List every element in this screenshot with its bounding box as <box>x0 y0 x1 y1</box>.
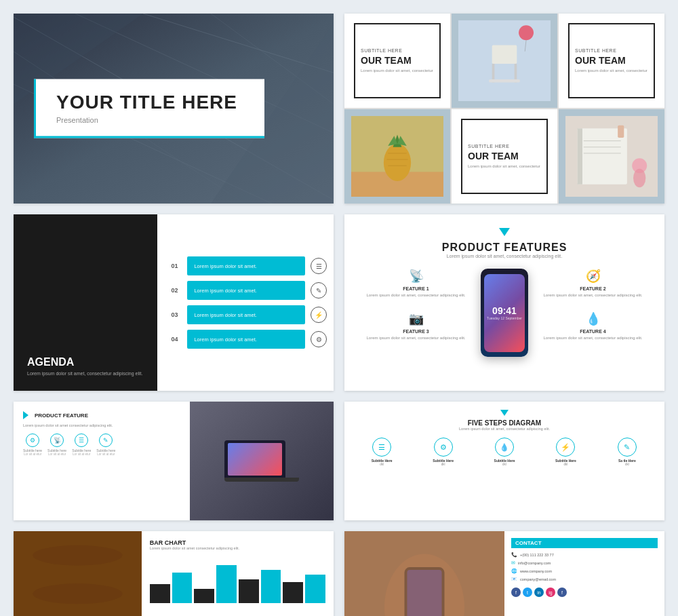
bar-6 <box>261 570 281 603</box>
slide-product-features: PRODUCT FEATURES Lorem ipsum dolor sit a… <box>344 214 664 391</box>
steps-row: ☰ Subtitle Here dkl ⚙ Subtitle Here dkl … <box>353 438 656 466</box>
slide-bar-chart: BAR CHART Lorem ipsum dolor sit amet con… <box>14 531 334 616</box>
cell1-body: Lorem ipsum dolor sit amet, consectetur <box>361 68 434 73</box>
triangle-accent <box>499 228 510 236</box>
agenda-icon-4: ⚙ <box>311 331 327 347</box>
agenda-title: AGENDA <box>27 356 142 368</box>
feature2-label: FEATURE 2 <box>535 286 651 291</box>
product-icons-row: ⚙ Subtitle here Lor sit at etur 📡 Subtit… <box>23 434 180 456</box>
svg-point-14 <box>519 25 534 40</box>
step2-text: dkl <box>414 463 472 466</box>
svg-rect-13 <box>489 79 520 83</box>
icon4: ✎ <box>99 434 113 447</box>
hand-overlay <box>344 531 504 616</box>
feature1-text: Lorem ipsum dolor sit amet, consectetur … <box>358 292 474 298</box>
main-subtitle: Presentation <box>56 116 244 124</box>
bar-2 <box>172 573 193 604</box>
svg-point-33 <box>633 169 645 187</box>
contact-email-row: ✉ info@company.com <box>511 560 658 566</box>
bar-chart-subtitle: Lorem ipsum dolor sit amet consectetur a… <box>150 546 325 550</box>
diagonal-cut <box>151 214 157 391</box>
bar-5 <box>239 579 259 603</box>
features-title: PRODUCT FEATURES <box>358 242 651 254</box>
cell1-heading: OUR TEAM <box>361 56 434 66</box>
contact-title: CONTACT <box>511 538 658 548</box>
agenda-item-4: 04 Lorem ipsum dolor sit amet. ⚙ <box>171 330 327 349</box>
steps-title: FIVE STEPS DIAGRAM <box>353 419 656 427</box>
agenda-text-3: Lorem ipsum dolor sit amet. <box>194 312 257 318</box>
agenda-icon-3: ⚡ <box>311 307 327 323</box>
bar-1 <box>150 584 170 603</box>
step-1: ☰ Subtitle Here dkl <box>353 438 411 466</box>
agenda-bar-1: Lorem ipsum dolor sit amet. <box>187 256 305 275</box>
cell1-subtitle: SUBTITLE HERE <box>361 48 434 53</box>
agenda-bar-4: Lorem ipsum dolor sit amet. <box>187 330 305 349</box>
contact-email: info@company.com <box>518 561 551 565</box>
steps-header: FIVE STEPS DIAGRAM Lorem ipsum dolor sit… <box>353 410 656 431</box>
step5-circle: ✎ <box>618 438 637 457</box>
contact-address-row: 📧 company@email.com <box>511 577 658 582</box>
cell3-subtitle: SUBTITLE HERE <box>575 48 648 53</box>
agenda-num-2: 02 <box>171 287 182 294</box>
laptop <box>224 440 285 478</box>
main-title: YOUR TITLE HERE <box>56 92 244 113</box>
agenda-label: AGENDA Lorem ipsum dolor sit amet, conse… <box>27 356 142 377</box>
feature2-text: Lorem ipsum dolor sit amet, consectetur … <box>535 292 651 298</box>
agenda-num-4: 04 <box>171 336 182 343</box>
feature1-icon: 📡 <box>358 269 474 284</box>
step-4: ⚡ Subtitle Here dkl <box>536 438 595 466</box>
bar-chart-content: BAR CHART Lorem ipsum dolor sit amet con… <box>142 531 334 616</box>
svg-rect-10 <box>492 45 517 64</box>
title-box: YOUR TITLE HERE Presentation <box>34 79 264 138</box>
step4-text: dkl <box>536 463 595 466</box>
phone-icon: 📞 <box>511 552 517 558</box>
agenda-dark-panel: AGENDA Lorem ipsum dolor sit amet, conse… <box>14 214 157 391</box>
features-subtitle: Lorem ipsum dolor sit amet, consectetur … <box>358 254 651 258</box>
product-feature-body: Lorem ipsum dolor sit amet consectetur a… <box>23 423 180 428</box>
feature-left-col: 📡 FEATURE 1 Lorem ipsum dolor sit amet, … <box>358 269 474 341</box>
contact-website: www.company.com <box>520 569 552 573</box>
agenda-icon-1: ☰ <box>311 258 327 274</box>
agenda-description: Lorem ipsum dolor sit amet, consectetur … <box>27 370 142 377</box>
feature3-text: Lorem ipsum dolor sit amet, consectetur … <box>358 335 474 341</box>
bar-7 <box>283 582 303 604</box>
feature-right-col: 🧭 FEATURE 2 Lorem ipsum dolor sit amet, … <box>535 269 651 341</box>
feature-4: 💧 FEATURE 4 Lorem ipsum dolor sit amet, … <box>535 311 651 341</box>
step2-circle: ⚙ <box>434 438 453 457</box>
icon1: ⚙ <box>26 434 39 447</box>
bar-8 <box>305 575 325 603</box>
icon3: ☰ <box>75 434 88 447</box>
step-5: ✎ Sa tle Here dkl <box>598 438 656 466</box>
phone-screen: 09:41 Tuesday 12 September <box>484 274 525 352</box>
step3-text: dkl <box>475 463 534 466</box>
slide-agenda: AGENDA Lorem ipsum dolor sit amet, conse… <box>14 214 334 391</box>
svg-rect-27 <box>578 128 582 184</box>
address-icon: 📧 <box>511 577 517 582</box>
social-icons-row: f t in ig f <box>511 588 658 597</box>
contact-address: company@email.com <box>520 577 556 581</box>
contact-phone: +(00) 111 222 33 77 <box>520 553 554 557</box>
agenda-num-3: 03 <box>171 311 182 318</box>
agenda-bar-3: Lorem ipsum dolor sit amet. <box>187 305 305 324</box>
agenda-item-1: 01 Lorem ipsum dolor sit amet. ☰ <box>171 256 327 275</box>
cell5-body: Lorem ipsum dolor sit amet, consectetur <box>468 163 541 169</box>
svg-point-18 <box>384 144 411 181</box>
team-cell-1: SUBTITLE HERE OUR TEAM Lorem ipsum dolor… <box>344 14 450 108</box>
linkedin-icon: in <box>534 588 544 597</box>
contact-photo <box>344 531 504 616</box>
laptop-screen <box>228 443 282 476</box>
contact-info: CONTACT 📞 +(00) 111 222 33 77 ✉ info@com… <box>504 531 664 616</box>
features-header: PRODUCT FEATURES Lorem ipsum dolor sit a… <box>358 228 651 258</box>
product-icon-3: ☰ Subtitle here Lor sit at etur <box>72 434 91 456</box>
agenda-item-3: 03 Lorem ipsum dolor sit amet. ⚡ <box>171 305 327 324</box>
phone-time: 09:41 <box>492 305 517 316</box>
icon2-sub: Lor sit at etur <box>47 453 66 456</box>
step-2: ⚙ Subtitle Here dkl <box>414 438 472 466</box>
feature-2: 🧭 FEATURE 2 Lorem ipsum dolor sit amet, … <box>535 269 651 298</box>
step5-text: dkl <box>598 463 656 466</box>
svg-rect-31 <box>618 126 624 138</box>
slide-contact: CONTACT 📞 +(00) 111 222 33 77 ✉ info@com… <box>344 531 664 616</box>
bar-chart-title: BAR CHART <box>150 539 325 546</box>
slide-our-team: SUBTITLE HERE OUR TEAM Lorem ipsum dolor… <box>344 14 664 204</box>
agenda-text-1: Lorem ipsum dolor sit amet. <box>194 263 257 269</box>
